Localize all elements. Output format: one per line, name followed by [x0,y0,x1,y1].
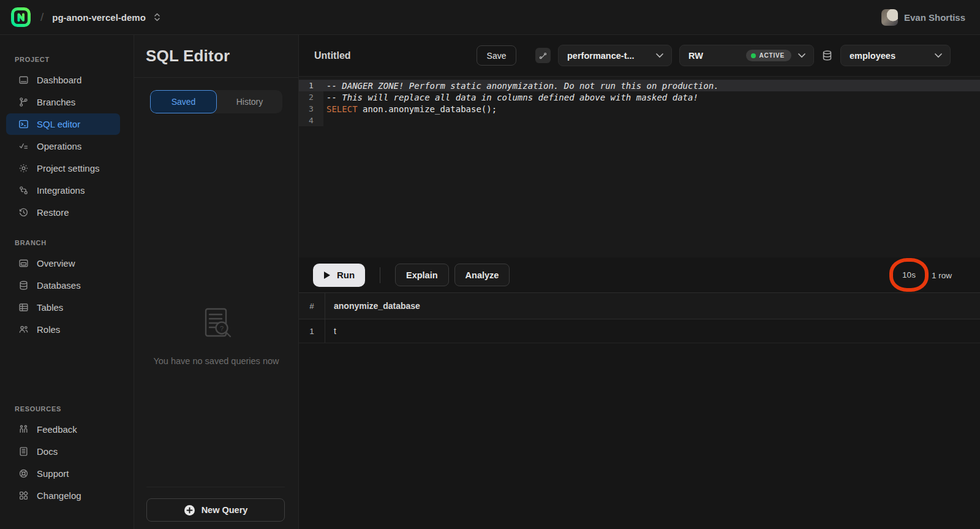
neon-logo-icon[interactable] [10,6,32,28]
empty-message: You have no saved queries now [134,356,298,366]
tab-saved[interactable]: Saved [150,90,217,113]
page-title: SQL Editor [146,47,230,66]
query-duration: 10s [902,270,916,280]
red-annotation-circle: 10s [889,258,929,292]
line-number: 2 [299,91,323,103]
integrations-icon [18,185,29,196]
branch-compute-icon[interactable] [535,48,551,63]
query-title[interactable]: Untitled [314,50,351,61]
explain-button[interactable]: Explain [395,264,449,286]
sidebar-item-tables[interactable]: Tables [6,297,120,318]
row-count: 1 row [932,270,952,280]
sidebar: PROJECT Dashboard Branches SQL editor Op… [0,35,134,529]
sidebar-item-sql-editor[interactable]: SQL editor [6,113,120,135]
branch-selector[interactable]: performance-t... [558,45,672,66]
sql-statement: anon.anonymize_database(); [358,104,497,114]
saved-queries-panel: SQL Editor Saved History ? You have no s… [134,35,298,529]
sidebar-item-label: Project settings [37,163,100,173]
endpoint-selector-value: RW [688,51,703,61]
endpoint-selector[interactable]: RW ACTIVE [679,45,814,66]
sidebar-item-restore[interactable]: Restore [6,202,120,223]
code-editor[interactable]: 1 -- DANGER ZONE! Perform static anonymi… [299,76,980,257]
new-query-button[interactable]: New Query [146,498,285,522]
project-selector-icon[interactable] [153,12,161,23]
sidebar-section-project: PROJECT [15,56,134,63]
code-line[interactable]: 1 -- DANGER ZONE! Perform static anonymi… [299,80,980,91]
dashboard-icon [18,75,29,85]
docs-icon [18,446,29,457]
editor-header: Untitled Save performance-t... RW ACTIVE [299,35,980,76]
new-query-label: New Query [202,505,248,515]
sidebar-item-roles[interactable]: Roles [6,319,120,340]
breadcrumb[interactable]: pg-anon-vercel-demo [52,12,146,23]
chevron-down-icon [934,53,943,58]
operations-icon [18,141,29,151]
settings-icon [18,163,29,173]
active-status-dot [751,53,756,58]
saved-history-tabs: Saved History [150,90,282,113]
line-number: 4 [299,115,323,126]
query-toolbar: Run Explain Analyze 10s 1 row [299,257,980,292]
sidebar-item-label: Changelog [37,490,81,501]
toolbar-divider [380,267,380,283]
code-line[interactable]: 3 SELECT anon.anonymize_database(); [299,103,980,115]
feedback-icon [18,424,29,435]
results-col-index: # [299,293,325,319]
sidebar-item-label: Branches [37,97,75,107]
sidebar-section-resources: RESOURCES [15,405,134,413]
sidebar-item-project-settings[interactable]: Project settings [6,158,120,179]
overview-icon [18,258,29,268]
sidebar-item-overview[interactable]: Overview [6,253,120,274]
table-row[interactable]: 1 t [299,319,980,343]
run-button[interactable]: Run [313,264,365,287]
sidebar-item-docs[interactable]: Docs [6,441,120,462]
database-selector[interactable]: employees [840,45,951,66]
row-index-cell: 1 [299,319,325,343]
status-badge: ACTIVE [746,50,791,61]
sql-editor-icon [18,119,29,129]
changelog-icon [18,490,29,501]
save-button[interactable]: Save [477,45,517,66]
analyze-button[interactable]: Analyze [454,264,510,286]
plus-icon [184,504,195,516]
sidebar-item-label: Docs [37,446,58,457]
chevron-down-icon [797,53,806,58]
sidebar-item-label: Roles [37,324,60,335]
breadcrumb-separator: / [40,10,43,24]
sidebar-item-support[interactable]: Support [6,463,120,484]
user-menu[interactable]: Evan Shortiss [881,9,965,26]
sidebar-item-integrations[interactable]: Integrations [6,180,120,201]
sidebar-item-feedback[interactable]: Feedback [6,419,120,440]
restore-icon [18,207,29,218]
sidebar-item-operations[interactable]: Operations [6,135,120,157]
no-queries-illustration-icon: ? [134,303,298,348]
code-text: -- DANGER ZONE! Perform static anonymiza… [323,81,719,91]
connection-selectors: performance-t... RW ACTIVE [535,45,951,66]
avatar[interactable] [881,9,898,26]
sidebar-item-label: Operations [37,141,81,151]
svg-text:?: ? [220,325,224,332]
new-query-area: New Query [146,487,285,522]
database-selector-value: employees [850,51,895,61]
sidebar-item-label: Tables [37,302,63,313]
sidebar-item-databases[interactable]: Databases [6,275,120,296]
code-line[interactable]: 4 [299,115,980,126]
database-icon [821,50,833,61]
saved-panel-header: SQL Editor [134,35,298,78]
code-line[interactable]: 2 -- This will replace all data in colum… [299,91,980,103]
sidebar-item-branches[interactable]: Branches [6,91,120,113]
play-icon [323,271,331,280]
sidebar-item-label: Support [37,468,69,479]
sidebar-item-label: Restore [37,207,69,218]
roles-icon [18,324,29,335]
user-name: Evan Shortiss [904,12,965,23]
results-header-row: # anonymize_database [299,292,980,319]
sidebar-item-dashboard[interactable]: Dashboard [6,69,120,91]
results-col-name: anonymize_database [325,301,420,311]
sidebar-item-changelog[interactable]: Changelog [6,485,120,506]
tab-history[interactable]: History [217,90,282,113]
sidebar-item-label: Dashboard [37,75,81,85]
sql-editor-panel: Untitled Save performance-t... RW ACTIVE [298,35,980,529]
line-number: 1 [299,80,323,91]
databases-icon [18,280,29,291]
